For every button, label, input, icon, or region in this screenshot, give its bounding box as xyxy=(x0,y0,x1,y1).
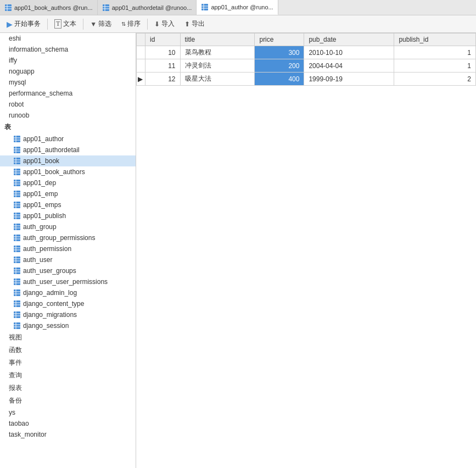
sidebar-item-auth-group-permissions[interactable]: auth_group_permissions xyxy=(0,232,136,243)
functions-label: 函数 xyxy=(9,346,22,355)
svg-rect-40 xyxy=(14,213,20,219)
django-admin-log-label: django_admin_log xyxy=(23,289,77,297)
row-id-3[interactable]: 12 xyxy=(145,73,181,86)
row-pubdate-2[interactable]: 2004-04-04 xyxy=(304,59,394,73)
sidebar-item-functions[interactable]: 函数 xyxy=(0,344,136,356)
svg-rect-16 xyxy=(14,147,20,153)
tab-author[interactable]: app01_author @runo... xyxy=(197,0,278,15)
sidebar-item-auth-permission[interactable]: auth_permission xyxy=(0,243,136,254)
sidebar-item-mysql[interactable]: mysql xyxy=(0,77,136,88)
tab-authordetail-label: app01_authordetail @runoo... xyxy=(112,4,192,11)
sidebar-item-runoob[interactable]: runoob xyxy=(0,110,136,121)
sidebar-item-app01-publish[interactable]: app01_publish xyxy=(0,210,136,221)
row-pubdate-3[interactable]: 1999-09-19 xyxy=(304,73,394,86)
begin-transaction-button[interactable]: ▶ 开始事务 xyxy=(2,17,45,31)
col-header-pub-date[interactable]: pub_date xyxy=(304,34,394,46)
col-header-price[interactable]: price xyxy=(255,34,304,46)
sidebar-item-reports[interactable]: 报表 xyxy=(0,382,136,394)
auth-permission-label: auth_permission xyxy=(23,245,71,253)
django-migrations-label: django_migrations xyxy=(23,311,77,319)
sidebar-item-django-content-type[interactable]: django_content_type xyxy=(0,298,136,309)
reports-label: 报表 xyxy=(9,383,22,393)
row-publishid-3[interactable]: 2 xyxy=(394,73,476,86)
tables-section-label: 表 xyxy=(4,122,11,132)
sidebar-item-eshi[interactable]: eshi xyxy=(0,33,136,44)
sidebar-item-performance-schema[interactable]: performance_schema xyxy=(0,88,136,99)
iffy-label: iffy xyxy=(9,57,17,64)
row-title-1[interactable]: 菜鸟教程 xyxy=(180,46,255,59)
row-publishid-1[interactable]: 1 xyxy=(394,46,476,59)
tab-authordetail[interactable]: app01_authordetail @runoo... xyxy=(98,0,197,15)
sidebar-item-auth-user[interactable]: auth_user xyxy=(0,254,136,265)
row-pubdate-1[interactable]: 2010-10-10 xyxy=(304,46,394,59)
svg-rect-20 xyxy=(14,158,20,164)
filter-button[interactable]: ▼ 筛选 xyxy=(86,17,116,31)
row-price-1[interactable]: 300 xyxy=(255,46,304,59)
table-icon-app01-book xyxy=(13,157,21,165)
app01-publish-label: app01_publish xyxy=(23,212,66,220)
sidebar-item-task-monitor[interactable]: task_monitor xyxy=(0,429,136,440)
sidebar-item-django-session[interactable]: django_session xyxy=(0,320,136,331)
sidebar-item-app01-author[interactable]: app01_author xyxy=(0,133,136,144)
mysql-label: mysql xyxy=(9,79,26,86)
table-icon-app01-emps xyxy=(13,201,21,209)
sidebar-item-robot[interactable]: robot xyxy=(0,99,136,110)
sidebar-item-app01-emp[interactable]: app01_emp xyxy=(0,188,136,199)
table-icon-auth-user-groups xyxy=(13,267,21,275)
runoob-label: runoob xyxy=(9,112,29,119)
sidebar-item-django-migrations[interactable]: django_migrations xyxy=(0,309,136,320)
eshi-label: eshi xyxy=(9,35,21,42)
sidebar-item-app01-book[interactable]: app01_book xyxy=(0,155,136,166)
sidebar-item-app01-dep[interactable]: app01_dep xyxy=(0,177,136,188)
text-label: 文本 xyxy=(63,19,76,29)
sidebar-item-taobao[interactable]: taobao xyxy=(0,418,136,429)
row-title-2[interactable]: 冲灵剑法 xyxy=(180,59,255,73)
export-button[interactable]: ⬆ 导出 xyxy=(180,17,209,31)
row-price-2[interactable]: 200 xyxy=(255,59,304,73)
sidebar-item-app01-authordetail[interactable]: app01_authordetail xyxy=(0,144,136,155)
sidebar-item-queries[interactable]: 查询 xyxy=(0,369,136,382)
svg-rect-44 xyxy=(14,224,20,230)
row-id-1[interactable]: 10 xyxy=(145,46,181,59)
svg-rect-28 xyxy=(14,180,20,186)
sidebar-item-ys[interactable]: ys xyxy=(0,407,136,418)
row-title-3[interactable]: 吸星大法 xyxy=(180,73,255,86)
app01-emps-label: app01_emps xyxy=(23,201,61,209)
sidebar-item-auth-user-groups[interactable]: auth_user_groups xyxy=(0,265,136,276)
col-header-id[interactable]: id xyxy=(145,34,181,46)
svg-rect-72 xyxy=(14,300,20,307)
text-button[interactable]: T 文本 xyxy=(50,17,81,31)
sidebar-item-auth-group[interactable]: auth_group xyxy=(0,221,136,232)
sidebar-item-events[interactable]: 事件 xyxy=(0,356,136,369)
row-publishid-2[interactable]: 1 xyxy=(394,59,476,73)
row-id-2[interactable]: 11 xyxy=(145,59,181,73)
app01-author-label: app01_author xyxy=(23,135,64,143)
sidebar-item-information-schema[interactable]: information_schema xyxy=(0,44,136,55)
col-header-publish-id[interactable]: publish_id xyxy=(394,34,476,46)
table-row[interactable]: 11 冲灵剑法 200 2004-04-04 1 xyxy=(137,59,476,73)
col-header-indicator xyxy=(137,34,145,46)
sidebar-item-app01-emps[interactable]: app01_emps xyxy=(0,199,136,210)
table-icon-auth-user xyxy=(13,256,21,264)
sidebar-item-backup[interactable]: 备份 xyxy=(0,394,136,407)
tab-book-authors[interactable]: app01_book_authors @run... xyxy=(0,0,98,15)
sort-label: 排序 xyxy=(127,19,141,29)
table-row[interactable]: ▶ 12 吸星大法 400 1999-09-19 2 xyxy=(137,73,476,86)
sep3 xyxy=(147,19,148,30)
table-row[interactable]: 10 菜鸟教程 300 2010-10-10 1 xyxy=(137,46,476,59)
row-price-3[interactable]: 400 xyxy=(255,73,304,86)
import-button[interactable]: ⬇ 导入 xyxy=(150,17,179,31)
col-header-title[interactable]: title xyxy=(180,34,255,46)
ys-label: ys xyxy=(9,409,15,416)
sidebar-item-noguapp[interactable]: noguapp xyxy=(0,66,136,77)
svg-rect-52 xyxy=(14,246,20,252)
sidebar-item-auth-user-user-permissions[interactable]: auth_user_user_permissions xyxy=(0,276,136,287)
sidebar-item-app01-book-authors[interactable]: app01_book_authors xyxy=(0,166,136,177)
sort-button[interactable]: ⇅ 排序 xyxy=(117,17,145,31)
table-icon-app01-author xyxy=(13,135,21,143)
sidebar-item-iffy[interactable]: iffy xyxy=(0,55,136,66)
table-icon-auth-user-user-permissions xyxy=(13,278,21,286)
sidebar-item-django-admin-log[interactable]: django_admin_log xyxy=(0,287,136,298)
export-icon: ⬆ xyxy=(184,20,190,28)
sidebar-item-views[interactable]: 视图 xyxy=(0,331,136,344)
